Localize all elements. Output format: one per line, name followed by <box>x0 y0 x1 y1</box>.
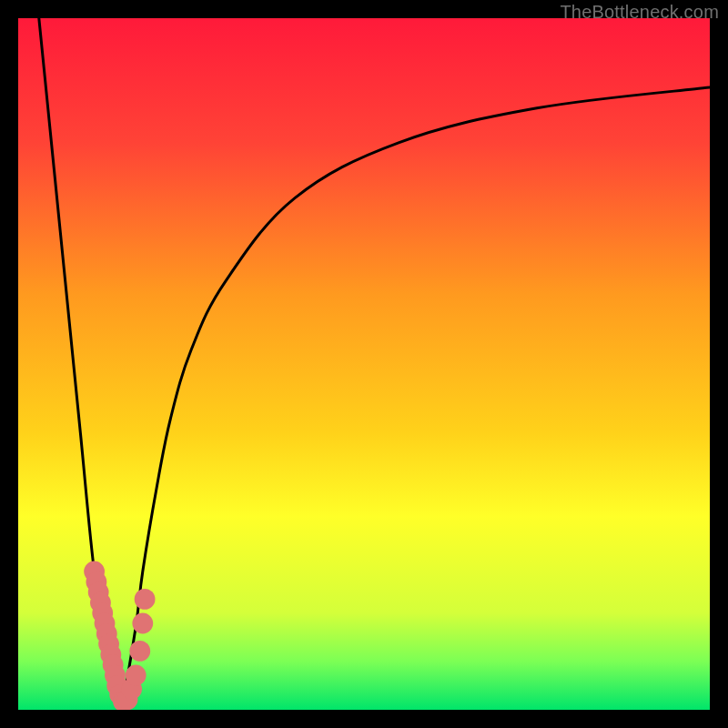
gradient-background <box>18 18 710 710</box>
marker-dot <box>135 589 156 610</box>
plot-area <box>18 18 710 710</box>
watermark-label: TheBottleneck.com <box>560 2 719 23</box>
marker-dot <box>132 613 153 634</box>
chart-frame: TheBottleneck.com <box>0 0 728 728</box>
marker-dot <box>126 665 147 686</box>
marker-dot <box>129 641 150 662</box>
chart-svg <box>18 18 710 710</box>
